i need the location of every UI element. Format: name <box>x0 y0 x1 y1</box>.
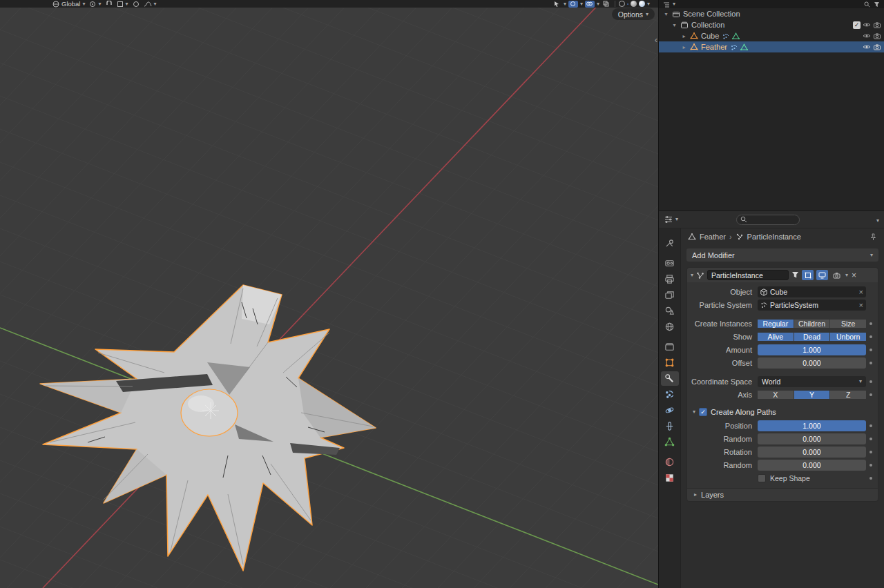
snapping-dropdown[interactable]: ▾ <box>117 1 128 8</box>
search-icon[interactable] <box>864 1 870 8</box>
xray-toggle-icon[interactable] <box>602 1 611 8</box>
snap-toggle[interactable] <box>106 1 113 8</box>
keep-shape-checkbox[interactable] <box>758 474 766 482</box>
breadcrumb-object[interactable]: Feather <box>700 233 726 241</box>
expand-icon[interactable]: ▸ <box>681 44 687 50</box>
add-modifier-button[interactable]: Add Modifier ▾ <box>686 248 878 262</box>
animate-decorator[interactable] <box>869 464 872 467</box>
tab-tool[interactable] <box>661 236 679 251</box>
sidebar-collapse-arrow[interactable]: ‹ <box>655 35 657 45</box>
expand-icon[interactable]: ▸ <box>681 33 687 39</box>
amount-slider[interactable]: 1.000 <box>758 344 866 355</box>
tab-particles[interactable] <box>661 387 679 402</box>
segment-unborn[interactable]: Unborn <box>830 333 866 341</box>
shading-material-icon[interactable] <box>631 1 637 7</box>
segment-regular[interactable]: Regular <box>758 320 794 328</box>
tab-modifiers[interactable] <box>661 371 679 386</box>
animate-decorator[interactable] <box>869 424 872 427</box>
filter-icon[interactable] <box>874 1 880 8</box>
rotation-field[interactable]: 0.000 <box>758 447 866 458</box>
segment-axis-y[interactable]: Y <box>794 391 831 399</box>
render-toggle[interactable] <box>831 270 843 280</box>
tab-render[interactable] <box>661 256 679 271</box>
tab-texture[interactable] <box>661 471 679 485</box>
proportional-falloff-dropdown[interactable]: ▾ <box>144 1 157 8</box>
tab-material[interactable] <box>661 455 679 469</box>
outliner-row-feather[interactable]: ▸ Feather <box>659 41 884 52</box>
expand-icon[interactable]: ▾ <box>663 11 669 17</box>
camera-icon[interactable] <box>873 43 881 51</box>
gizmos-toggle-icon[interactable] <box>568 1 578 8</box>
segment-alive[interactable]: Alive <box>758 333 794 341</box>
camera-icon[interactable] <box>873 21 881 29</box>
tab-world[interactable] <box>661 320 679 334</box>
animate-decorator[interactable] <box>869 477 872 480</box>
tab-constraints[interactable] <box>661 419 679 433</box>
outliner-row-cube[interactable]: ▸ Cube <box>659 30 884 41</box>
select-tool-icon[interactable] <box>552 1 561 8</box>
object-field[interactable]: Cube × <box>758 286 866 297</box>
clear-object-icon[interactable]: × <box>859 288 863 296</box>
clear-particle-system-icon[interactable]: × <box>859 301 863 309</box>
edit-mode-toggle[interactable] <box>802 270 814 280</box>
panel-expand-icon[interactable]: ▾ <box>691 273 693 278</box>
proportional-editing-toggle[interactable] <box>133 1 140 8</box>
outliner-row-collection[interactable]: ▾ Collection ✓ <box>659 19 884 30</box>
eye-icon[interactable] <box>863 32 871 40</box>
tab-scene[interactable] <box>661 304 679 318</box>
transform-orientation-dropdown[interactable]: Global ▾ <box>52 0 85 8</box>
animate-decorator[interactable] <box>869 335 872 338</box>
random-position-field[interactable]: 0.000 <box>758 433 866 444</box>
modifier-extras-menu-icon[interactable]: ▾ <box>845 273 848 278</box>
animate-decorator[interactable] <box>869 438 872 440</box>
delete-modifier-icon[interactable]: × <box>852 271 856 280</box>
tab-object[interactable] <box>661 355 679 370</box>
collection-exclude-checkbox[interactable]: ✓ <box>853 21 861 29</box>
shading-wireframe-icon[interactable] <box>619 1 625 7</box>
segment-axis-x[interactable]: X <box>758 391 794 399</box>
tab-object-data[interactable] <box>661 435 679 449</box>
layers-subpanel-header[interactable]: ▸ Layers <box>687 488 878 501</box>
eye-icon[interactable] <box>863 21 871 29</box>
animate-decorator[interactable] <box>869 322 872 325</box>
segment-children[interactable]: Children <box>794 320 831 328</box>
camera-icon[interactable] <box>873 32 881 40</box>
animate-decorator[interactable] <box>869 380 872 383</box>
random-rotation-field[interactable]: 0.000 <box>758 460 866 471</box>
properties-search-input[interactable] <box>736 215 800 225</box>
create-along-paths-checkbox[interactable]: ✓ <box>699 408 707 416</box>
eye-icon[interactable] <box>863 43 871 51</box>
shading-solid-active[interactable] <box>627 3 628 5</box>
particle-system-field[interactable]: ParticleSystem × <box>758 300 866 311</box>
animate-decorator[interactable] <box>869 393 872 396</box>
segment-size[interactable]: Size <box>830 320 866 328</box>
pivot-point-dropdown[interactable]: ▾ <box>89 1 101 8</box>
outliner-row-scene-collection[interactable]: ▾ Scene Collection <box>659 8 884 19</box>
animate-decorator[interactable] <box>869 451 872 453</box>
breadcrumb-modifier[interactable]: ParticleInstance <box>747 233 801 241</box>
modifier-name-input[interactable] <box>707 270 789 280</box>
offset-field[interactable]: 0.000 <box>758 357 866 369</box>
shading-rendered-icon[interactable] <box>639 1 645 7</box>
tab-collection[interactable] <box>661 340 679 354</box>
animate-decorator[interactable] <box>869 349 872 351</box>
on-cage-toggle-icon[interactable] <box>791 271 799 279</box>
3d-viewport[interactable]: Global ▾ ▾ ▾ ▾ ▾ <box>0 0 658 588</box>
tab-physics[interactable] <box>661 403 679 418</box>
editor-type-outliner-icon[interactable] <box>663 1 670 8</box>
editor-type-properties-button[interactable]: ▾ <box>664 215 678 224</box>
subpanel-expand-icon[interactable]: ▾ <box>693 409 695 415</box>
segment-axis-z[interactable]: Z <box>830 391 866 399</box>
segment-dead[interactable]: Dead <box>794 333 831 341</box>
create-along-paths-subpanel-header[interactable]: ▾ ✓ Create Along Paths <box>687 405 878 419</box>
overlays-toggle-icon[interactable] <box>585 1 595 8</box>
properties-header-menu[interactable]: ▾ <box>876 215 879 224</box>
animate-decorator[interactable] <box>869 362 872 364</box>
tab-output[interactable] <box>661 272 679 286</box>
pin-icon[interactable] <box>869 233 877 241</box>
coordinate-space-dropdown[interactable]: World ▾ <box>758 376 866 387</box>
position-slider[interactable]: 1.000 <box>758 420 866 431</box>
viewport-display-toggle[interactable] <box>816 270 828 280</box>
options-dropdown[interactable]: Options ▾ <box>612 8 655 20</box>
tab-view-layer[interactable] <box>661 288 679 302</box>
